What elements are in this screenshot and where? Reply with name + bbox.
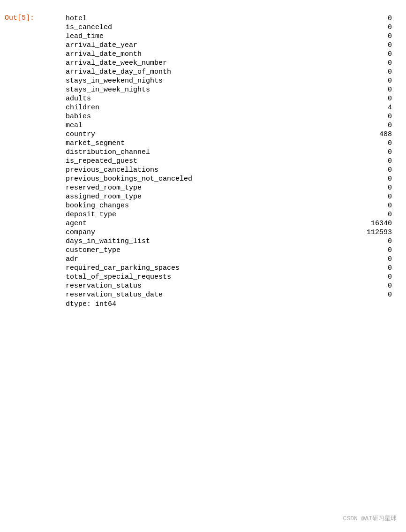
field-value: 0 [388, 273, 406, 281]
field-name: company [66, 228, 95, 236]
field-value: 0 [388, 122, 406, 129]
field-value: 0 [388, 255, 406, 263]
field-value: 0 [388, 50, 406, 58]
field-name: reserved_room_type [66, 184, 142, 192]
field-value: 0 [388, 23, 406, 31]
table-row: meal0 [66, 121, 406, 130]
field-name: days_in_waiting_list [66, 237, 150, 245]
field-value: 0 [388, 291, 406, 299]
field-value: 0 [388, 113, 406, 121]
table-row: country488 [66, 130, 406, 139]
field-name: arrival_date_day_of_month [66, 68, 171, 76]
field-value: 0 [388, 184, 406, 192]
table-row: arrival_date_day_of_month0 [66, 68, 406, 76]
field-value: 0 [388, 157, 406, 165]
table-row: customer_type0 [66, 246, 406, 255]
dtype-row: dtype: int64 [66, 300, 406, 308]
field-name: reservation_status [66, 282, 142, 290]
table-row: market_segment0 [66, 139, 406, 148]
table-row: reservation_status_date0 [66, 290, 406, 299]
field-value: 0 [388, 41, 406, 49]
table-row: required_car_parking_spaces0 [66, 264, 406, 273]
field-name: deposit_type [66, 211, 116, 219]
watermark: CSDN @AI研习星球 [343, 514, 397, 523]
table-row: agent16340 [66, 219, 406, 228]
field-name: is_repeated_guest [66, 157, 137, 165]
table-row: arrival_date_year0 [66, 41, 406, 50]
field-value: 0 [388, 237, 406, 245]
field-value: 0 [388, 166, 406, 174]
field-name: adults [66, 95, 91, 103]
table-row: babies0 [66, 112, 406, 121]
field-name: assigned_room_type [66, 193, 142, 201]
table-row: children4 [66, 103, 406, 112]
table-row: days_in_waiting_list0 [66, 237, 406, 246]
field-value: 0 [388, 211, 406, 219]
field-value: 488 [379, 130, 406, 138]
field-value: 0 [388, 68, 406, 76]
table-row: adr0 [66, 255, 406, 264]
field-value: 0 [388, 282, 406, 290]
field-name: children [66, 104, 99, 112]
field-name: agent [66, 220, 87, 228]
field-name: distribution_channel [66, 148, 150, 156]
table-row: previous_cancellations0 [66, 166, 406, 175]
table-row: is_repeated_guest0 [66, 157, 406, 166]
field-name: previous_cancellations [66, 166, 158, 174]
field-value: 0 [388, 148, 406, 156]
table-row: adults0 [66, 94, 406, 103]
field-name: meal [66, 122, 83, 129]
field-name: market_segment [66, 139, 125, 147]
field-name: adr [66, 255, 78, 263]
field-name: booking_changes [66, 202, 129, 210]
field-name: total_of_special_requests [66, 273, 171, 281]
table-row: arrival_date_week_number0 [66, 59, 406, 68]
field-name: arrival_date_week_number [66, 59, 167, 67]
field-value: 16340 [371, 220, 406, 228]
field-value: 0 [388, 86, 406, 94]
field-value: 0 [388, 193, 406, 201]
field-name: customer_type [66, 246, 120, 254]
table-row: deposit_type0 [66, 210, 406, 219]
field-value: 0 [388, 264, 406, 272]
table-row: total_of_special_requests0 [66, 273, 406, 281]
table-row: distribution_channel0 [66, 148, 406, 157]
table-row: reservation_status0 [66, 281, 406, 290]
output-label: Out[5]: [0, 14, 66, 308]
field-name: is_canceled [66, 23, 112, 31]
field-name: country [66, 130, 95, 138]
table-row: previous_bookings_not_canceled0 [66, 175, 406, 183]
field-value: 0 [388, 246, 406, 254]
table-row: is_canceled0 [66, 23, 406, 32]
field-name: reservation_status_date [66, 291, 163, 299]
field-name: babies [66, 113, 91, 121]
field-name: stays_in_week_nights [66, 86, 150, 94]
field-name: hotel [66, 15, 87, 23]
output-content: hotel0is_canceled0lead_time0arrival_date… [66, 14, 406, 308]
field-value: 4 [388, 104, 406, 112]
table-row: hotel0 [66, 14, 406, 23]
table-row: arrival_date_month0 [66, 50, 406, 59]
table-row: stays_in_weekend_nights0 [66, 76, 406, 85]
field-value: 0 [388, 175, 406, 183]
field-name: arrival_date_year [66, 41, 137, 49]
table-row: company112593 [66, 228, 406, 237]
field-name: required_car_parking_spaces [66, 264, 180, 272]
output-block: Out[5]: hotel0is_canceled0lead_time0arri… [0, 9, 406, 313]
table-row: stays_in_week_nights0 [66, 85, 406, 94]
table-row: lead_time0 [66, 32, 406, 41]
field-name: arrival_date_month [66, 50, 142, 58]
table-row: booking_changes0 [66, 201, 406, 210]
field-value: 0 [388, 139, 406, 147]
field-value: 0 [388, 15, 406, 23]
field-name: stays_in_weekend_nights [66, 77, 163, 85]
field-name: previous_bookings_not_canceled [66, 175, 192, 183]
field-value: 0 [388, 202, 406, 210]
table-row: assigned_room_type0 [66, 192, 406, 201]
field-value: 0 [388, 32, 406, 40]
field-name: lead_time [66, 32, 104, 40]
table-row: reserved_room_type0 [66, 183, 406, 192]
field-value: 0 [388, 77, 406, 85]
field-value: 0 [388, 59, 406, 67]
field-value: 0 [388, 95, 406, 103]
